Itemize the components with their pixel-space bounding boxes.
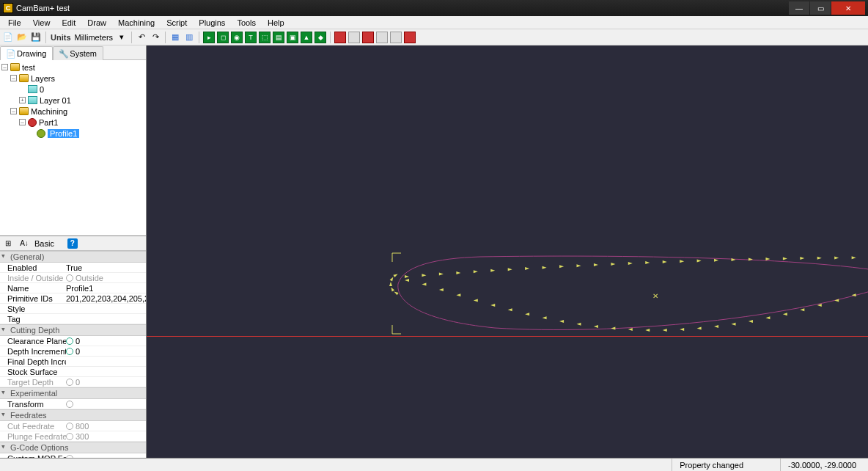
- prop-depth-increment-value[interactable]: 0: [66, 347, 146, 356]
- expand-icon[interactable]: –: [10, 75, 17, 81]
- cam-op-7-icon[interactable]: ▣: [287, 32, 298, 43]
- tree-machining[interactable]: Machining: [31, 107, 67, 116]
- tree-layers[interactable]: Layers: [31, 74, 55, 83]
- gcode-4-icon[interactable]: [376, 32, 388, 43]
- reset-icon[interactable]: [66, 348, 73, 355]
- gcode-6-icon[interactable]: [404, 32, 416, 43]
- reset-icon[interactable]: [66, 423, 73, 430]
- prop-clearance-plane-label: Clearance Plane: [0, 337, 66, 346]
- menu-help[interactable]: Help: [262, 17, 290, 29]
- status-coords: -30.0000, -29.0000: [780, 459, 864, 471]
- folder-icon: [10, 63, 20, 71]
- menu-view[interactable]: View: [28, 17, 56, 29]
- cat-general[interactable]: (General): [0, 251, 146, 263]
- tree-layer-0[interactable]: 0: [40, 85, 44, 94]
- tab-system[interactable]: 🔧 System: [53, 46, 103, 60]
- prop-transform-label: Transform: [0, 400, 66, 409]
- reset-icon[interactable]: [66, 401, 73, 408]
- minimize-button[interactable]: —: [789, 1, 809, 15]
- folder-icon: [19, 107, 29, 115]
- tree-profile1-selected[interactable]: Profile1: [48, 129, 79, 138]
- prop-cut-feedrate-value[interactable]: 800: [66, 422, 146, 431]
- gcode-5-icon[interactable]: [390, 32, 402, 43]
- expand-icon[interactable]: +: [19, 97, 26, 103]
- system-tab-icon: 🔧: [59, 50, 67, 58]
- property-grid[interactable]: (General) EnabledTrue Inside / OutsideOu…: [0, 251, 146, 458]
- help-icon[interactable]: ?: [67, 238, 78, 249]
- tree-layer-01[interactable]: Layer 01: [40, 96, 71, 105]
- prop-primitive-ids-value[interactable]: 201,202,203,204,205,206,20: [66, 294, 146, 303]
- expand-icon[interactable]: –: [19, 119, 26, 125]
- project-tree[interactable]: –test –Layers 0 +Layer 01 –Machining –Pa…: [0, 60, 146, 236]
- units-dropdown-icon[interactable]: ▾: [115, 31, 128, 44]
- redo-icon[interactable]: ↷: [149, 31, 162, 44]
- save-file-icon[interactable]: 💾: [29, 31, 43, 44]
- open-file-icon[interactable]: 📂: [15, 31, 29, 44]
- property-toolbar: ⊞ A↓ Basic ?: [0, 236, 146, 251]
- prop-enabled-label: Enabled: [0, 263, 66, 272]
- new-file-icon[interactable]: 📄: [1, 31, 15, 44]
- toolbar: 📄 📂 💾 Units Millimeters ▾ ↶ ↷ ▦ ▥ ▸ ◻ ◉ …: [0, 29, 868, 45]
- maximize-button[interactable]: ▭: [810, 1, 831, 15]
- menu-tools[interactable]: Tools: [232, 17, 261, 29]
- drawing-canvas[interactable]: ✕: [147, 45, 868, 458]
- app-icon: C: [3, 3, 13, 13]
- cam-op-4-icon[interactable]: T: [245, 32, 257, 43]
- layer-icon: [28, 85, 37, 93]
- reset-icon[interactable]: [66, 274, 73, 282]
- menu-file[interactable]: File: [3, 17, 26, 29]
- tree-root[interactable]: test: [22, 63, 35, 72]
- prop-inside-outside-value[interactable]: Outside: [66, 274, 146, 282]
- cam-op-2-icon[interactable]: ◻: [217, 32, 229, 43]
- reset-icon[interactable]: [66, 433, 73, 440]
- folder-icon: [19, 74, 29, 82]
- expand-icon[interactable]: –: [10, 108, 17, 114]
- prop-mode-label[interactable]: Basic: [34, 239, 54, 248]
- reset-icon[interactable]: [66, 455, 73, 459]
- prop-style-label: Style: [0, 304, 66, 313]
- prop-target-depth-value[interactable]: 0: [66, 378, 146, 387]
- cat-experimental[interactable]: Experimental: [0, 387, 146, 399]
- units-value[interactable]: Millimeters: [75, 33, 114, 42]
- grid-icon[interactable]: ▦: [169, 31, 182, 44]
- close-button[interactable]: ✕: [831, 1, 865, 15]
- cam-op-3-icon[interactable]: ◉: [231, 32, 243, 43]
- gcode-2-icon[interactable]: [348, 32, 360, 43]
- tree-part1[interactable]: Part1: [39, 118, 58, 127]
- prop-cut-feedrate-label: Cut Feedrate: [0, 422, 66, 431]
- menu-edit[interactable]: Edit: [56, 17, 81, 29]
- undo-icon[interactable]: ↶: [135, 31, 148, 44]
- reset-icon[interactable]: [66, 337, 73, 345]
- cam-op-8-icon[interactable]: ▲: [301, 32, 312, 43]
- window-title: CamBam+ test: [16, 4, 789, 12]
- cat-feedrates[interactable]: Feedrates: [0, 409, 146, 421]
- gcode-1-icon[interactable]: [334, 32, 346, 43]
- prop-inside-outside-label: Inside / Outside: [0, 274, 66, 282]
- menu-script[interactable]: Script: [161, 17, 192, 29]
- menu-draw[interactable]: Draw: [82, 17, 111, 29]
- status-bar: Property changed -30.0000, -29.0000: [0, 458, 868, 471]
- cam-op-5-icon[interactable]: ⬚: [259, 32, 271, 43]
- cam-op-9-icon[interactable]: ◆: [315, 32, 326, 43]
- categorized-icon[interactable]: ⊞: [2, 238, 14, 249]
- expand-icon[interactable]: –: [1, 64, 8, 70]
- prop-name-value[interactable]: Profile1: [66, 284, 146, 293]
- tab-drawing[interactable]: 📄 Drawing: [0, 46, 53, 60]
- menu-machining[interactable]: Machining: [113, 17, 160, 29]
- prop-clearance-plane-value[interactable]: 0: [66, 337, 146, 346]
- prop-transform-value[interactable]: [66, 401, 146, 408]
- prop-enabled-value[interactable]: True: [66, 263, 146, 272]
- alphabetical-icon[interactable]: A↓: [18, 238, 30, 249]
- cam-op-6-icon[interactable]: ▤: [273, 32, 284, 43]
- menu-plugins[interactable]: Plugins: [194, 17, 230, 29]
- cat-gcode[interactable]: G-Code Options: [0, 442, 146, 453]
- drawing-tab-icon: 📄: [7, 50, 15, 58]
- cam-op-1-icon[interactable]: ▸: [203, 32, 215, 43]
- prop-plunge-feedrate-label: Plunge Feedrate: [0, 432, 66, 441]
- snap-icon[interactable]: ▥: [183, 31, 196, 44]
- gcode-3-icon[interactable]: [362, 32, 374, 43]
- prop-stock-surface-label: Stock Surface: [0, 368, 66, 376]
- reset-icon[interactable]: [66, 379, 73, 386]
- cat-cutting-depth[interactable]: Cutting Depth: [0, 324, 146, 336]
- prop-plunge-feedrate-value[interactable]: 300: [66, 432, 146, 441]
